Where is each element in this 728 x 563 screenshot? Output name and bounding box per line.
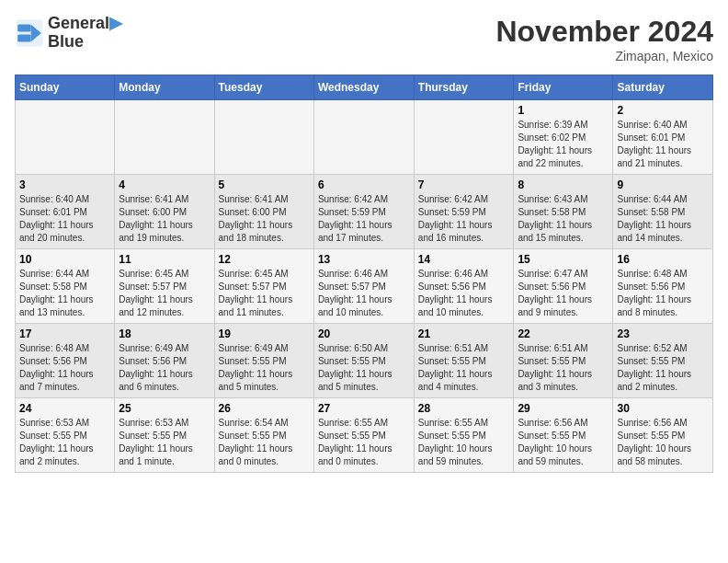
logo: General▶ Blue [15, 15, 122, 52]
day-number: 7 [418, 178, 510, 191]
day-info: Sunrise: 6:52 AM Sunset: 5:55 PM Dayligh… [617, 342, 709, 394]
calendar-cell: 27Sunrise: 6:55 AM Sunset: 5:55 PM Dayli… [313, 398, 414, 473]
logo-text: General▶ Blue [48, 15, 122, 52]
col-header-thursday: Thursday [414, 75, 514, 100]
day-info: Sunrise: 6:51 AM Sunset: 5:55 PM Dayligh… [418, 342, 510, 394]
calendar-cell: 2Sunrise: 6:40 AM Sunset: 6:01 PM Daylig… [613, 100, 713, 175]
day-number: 15 [518, 253, 609, 266]
calendar-cell: 19Sunrise: 6:49 AM Sunset: 5:55 PM Dayli… [214, 324, 313, 398]
day-number: 12 [219, 253, 310, 266]
day-number: 5 [219, 178, 310, 191]
day-number: 1 [518, 104, 609, 117]
day-info: Sunrise: 6:41 AM Sunset: 6:00 PM Dayligh… [119, 193, 210, 245]
day-info: Sunrise: 6:40 AM Sunset: 6:01 PM Dayligh… [617, 119, 709, 170]
day-number: 20 [318, 327, 410, 340]
day-info: Sunrise: 6:56 AM Sunset: 5:55 PM Dayligh… [518, 417, 609, 468]
day-number: 13 [318, 253, 410, 266]
day-info: Sunrise: 6:53 AM Sunset: 5:55 PM Dayligh… [119, 417, 210, 468]
day-info: Sunrise: 6:56 AM Sunset: 5:55 PM Dayligh… [617, 417, 709, 468]
calendar-cell: 26Sunrise: 6:54 AM Sunset: 5:55 PM Dayli… [214, 398, 313, 473]
calendar-cell [16, 100, 115, 175]
calendar-cell: 22Sunrise: 6:51 AM Sunset: 5:55 PM Dayli… [514, 324, 613, 398]
day-info: Sunrise: 6:53 AM Sunset: 5:55 PM Dayligh… [19, 417, 110, 468]
day-number: 14 [418, 253, 510, 266]
day-number: 29 [518, 402, 609, 415]
col-header-friday: Friday [514, 75, 613, 100]
calendar-cell: 12Sunrise: 6:45 AM Sunset: 5:57 PM Dayli… [214, 249, 313, 324]
col-header-tuesday: Tuesday [214, 75, 313, 100]
day-info: Sunrise: 6:42 AM Sunset: 5:59 PM Dayligh… [418, 193, 510, 245]
calendar-body: 1Sunrise: 6:39 AM Sunset: 6:02 PM Daylig… [16, 100, 713, 473]
calendar-cell: 23Sunrise: 6:52 AM Sunset: 5:55 PM Dayli… [613, 324, 713, 398]
week-row-2: 3Sunrise: 6:40 AM Sunset: 6:01 PM Daylig… [16, 175, 713, 249]
day-info: Sunrise: 6:55 AM Sunset: 5:55 PM Dayligh… [318, 417, 410, 468]
day-info: Sunrise: 6:49 AM Sunset: 5:56 PM Dayligh… [119, 342, 210, 394]
day-number: 27 [318, 402, 410, 415]
day-info: Sunrise: 6:40 AM Sunset: 6:01 PM Dayligh… [19, 193, 110, 245]
calendar-cell: 20Sunrise: 6:50 AM Sunset: 5:55 PM Dayli… [313, 324, 414, 398]
calendar-cell: 18Sunrise: 6:49 AM Sunset: 5:56 PM Dayli… [115, 324, 214, 398]
day-number: 21 [418, 327, 510, 340]
week-row-5: 24Sunrise: 6:53 AM Sunset: 5:55 PM Dayli… [16, 398, 713, 473]
day-info: Sunrise: 6:48 AM Sunset: 5:56 PM Dayligh… [617, 268, 709, 319]
location-subtitle: Zimapan, Mexico [495, 49, 713, 63]
day-info: Sunrise: 6:44 AM Sunset: 5:58 PM Dayligh… [19, 268, 110, 319]
calendar-cell [313, 100, 414, 175]
day-info: Sunrise: 6:54 AM Sunset: 5:55 PM Dayligh… [219, 417, 310, 468]
calendar-cell: 17Sunrise: 6:48 AM Sunset: 5:56 PM Dayli… [16, 324, 115, 398]
calendar-cell: 6Sunrise: 6:42 AM Sunset: 5:59 PM Daylig… [313, 175, 414, 249]
day-number: 6 [318, 178, 410, 191]
day-number: 28 [418, 402, 510, 415]
calendar-cell: 10Sunrise: 6:44 AM Sunset: 5:58 PM Dayli… [16, 249, 115, 324]
calendar-cell: 29Sunrise: 6:56 AM Sunset: 5:55 PM Dayli… [514, 398, 613, 473]
week-row-4: 17Sunrise: 6:48 AM Sunset: 5:56 PM Dayli… [16, 324, 713, 398]
day-number: 26 [219, 402, 310, 415]
day-info: Sunrise: 6:41 AM Sunset: 6:00 PM Dayligh… [219, 193, 310, 245]
day-number: 23 [617, 327, 709, 340]
calendar-cell: 3Sunrise: 6:40 AM Sunset: 6:01 PM Daylig… [16, 175, 115, 249]
day-number: 25 [119, 402, 210, 415]
day-number: 3 [19, 178, 110, 191]
calendar-cell: 9Sunrise: 6:44 AM Sunset: 5:58 PM Daylig… [613, 175, 713, 249]
day-info: Sunrise: 6:46 AM Sunset: 5:56 PM Dayligh… [418, 268, 510, 319]
svg-rect-2 [17, 24, 30, 31]
calendar-cell [414, 100, 514, 175]
day-info: Sunrise: 6:42 AM Sunset: 5:59 PM Dayligh… [318, 193, 410, 245]
calendar-cell: 4Sunrise: 6:41 AM Sunset: 6:00 PM Daylig… [115, 175, 214, 249]
day-info: Sunrise: 6:39 AM Sunset: 6:02 PM Dayligh… [518, 119, 609, 170]
calendar-cell: 8Sunrise: 6:43 AM Sunset: 5:58 PM Daylig… [514, 175, 613, 249]
calendar-cell: 1Sunrise: 6:39 AM Sunset: 6:02 PM Daylig… [514, 100, 613, 175]
day-info: Sunrise: 6:48 AM Sunset: 5:56 PM Dayligh… [19, 342, 110, 394]
col-header-saturday: Saturday [613, 75, 713, 100]
day-number: 10 [19, 253, 110, 266]
col-header-monday: Monday [115, 75, 214, 100]
day-info: Sunrise: 6:45 AM Sunset: 5:57 PM Dayligh… [119, 268, 210, 319]
calendar-cell: 7Sunrise: 6:42 AM Sunset: 5:59 PM Daylig… [414, 175, 514, 249]
calendar-cell: 14Sunrise: 6:46 AM Sunset: 5:56 PM Dayli… [414, 249, 514, 324]
page-header: General▶ Blue November 2024 Zimapan, Mex… [15, 15, 713, 63]
calendar-cell: 11Sunrise: 6:45 AM Sunset: 5:57 PM Dayli… [115, 249, 214, 324]
day-number: 19 [219, 327, 310, 340]
week-row-3: 10Sunrise: 6:44 AM Sunset: 5:58 PM Dayli… [16, 249, 713, 324]
day-info: Sunrise: 6:49 AM Sunset: 5:55 PM Dayligh… [219, 342, 310, 394]
day-number: 2 [617, 104, 709, 117]
logo-icon [15, 18, 44, 48]
day-number: 30 [617, 402, 709, 415]
month-title: November 2024 [495, 15, 713, 49]
col-header-sunday: Sunday [16, 75, 115, 100]
calendar-header: SundayMondayTuesdayWednesdayThursdayFrid… [16, 75, 713, 100]
calendar-cell: 15Sunrise: 6:47 AM Sunset: 5:56 PM Dayli… [514, 249, 613, 324]
calendar-cell: 25Sunrise: 6:53 AM Sunset: 5:55 PM Dayli… [115, 398, 214, 473]
day-info: Sunrise: 6:43 AM Sunset: 5:58 PM Dayligh… [518, 193, 609, 245]
day-info: Sunrise: 6:50 AM Sunset: 5:55 PM Dayligh… [318, 342, 410, 394]
day-number: 24 [19, 402, 110, 415]
day-number: 18 [119, 327, 210, 340]
day-number: 4 [119, 178, 210, 191]
calendar-cell: 13Sunrise: 6:46 AM Sunset: 5:57 PM Dayli… [313, 249, 414, 324]
day-info: Sunrise: 6:55 AM Sunset: 5:55 PM Dayligh… [418, 417, 510, 468]
day-number: 9 [617, 178, 709, 191]
svg-rect-3 [17, 34, 30, 41]
day-info: Sunrise: 6:47 AM Sunset: 5:56 PM Dayligh… [518, 268, 609, 319]
day-info: Sunrise: 6:44 AM Sunset: 5:58 PM Dayligh… [617, 193, 709, 245]
week-row-1: 1Sunrise: 6:39 AM Sunset: 6:02 PM Daylig… [16, 100, 713, 175]
